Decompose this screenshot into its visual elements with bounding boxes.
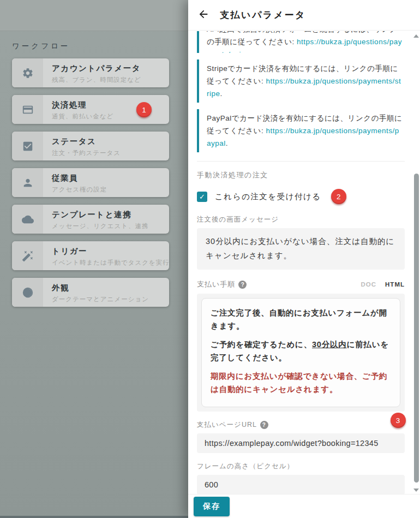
workflow-menu: アカウントパラメータ 残高、プラン、時間設定など 決済処理 通貨、前払い金など …: [12, 58, 169, 307]
instructions-editor[interactable]: ご注文完了後、自動的にお支払いフォームが開きます。 ご予約を確定するために、30…: [197, 294, 405, 412]
arrow-left-icon: [197, 8, 209, 22]
after-message-input[interactable]: 30分以内にお支払いがない場合、注文は自動的にキャンセルされます。: [197, 228, 405, 270]
step-badge-1: 1: [136, 102, 152, 117]
person-icon: [12, 168, 43, 197]
instructions-p2: ご予約を確定するために、30分以内に前払いを完了してください。: [211, 338, 391, 364]
sidebar-item-title: 従業員: [52, 173, 165, 183]
sidebar-item-payment-processing[interactable]: 決済処理 通貨、前払い金など 1: [12, 95, 169, 124]
tab-html[interactable]: HTML: [385, 281, 405, 288]
sidebar-item-appearance[interactable]: 外観 ダークテーマとアニメーション: [12, 278, 169, 307]
scrollbar: [413, 31, 419, 493]
sidebar-item-subtitle: 残高、プラン、時間設定など: [52, 76, 165, 84]
note-paypal: PayPalでカード決済を有効にするには、リンクの手順に従ってください: htt…: [197, 109, 405, 152]
underlined-deadline: 30分以内: [312, 340, 347, 349]
sidebar-item-triggers[interactable]: トリガー イベント時または手動でタスクを実行: [12, 241, 169, 270]
sidebar-item-subtitle: ダークテーマとアニメーション: [52, 295, 165, 303]
sidebar-item-title: 外観: [52, 283, 165, 293]
contrast-icon: [12, 278, 43, 307]
sidebar-item-subtitle: メッセージ、リクエスト、連携: [52, 222, 165, 230]
divider: [197, 161, 405, 162]
scroll-down-arrow-icon[interactable]: [413, 489, 419, 492]
sidebar-item-employees[interactable]: 従業員 アクセス権の設定: [12, 168, 169, 197]
help-icon[interactable]: ?: [260, 421, 268, 429]
payment-url-label-row: 支払いページURL ? 3: [197, 420, 405, 430]
after-message-label: 注文後の画面メッセージ: [197, 215, 405, 224]
frame-height-input[interactable]: [197, 475, 405, 494]
sidebar-item-title: ステータス: [52, 136, 165, 147]
sidebar-item-subtitle: イベント時または手動でタスクを実行: [52, 259, 165, 267]
gear-icon: [12, 58, 43, 87]
help-icon[interactable]: ?: [238, 281, 247, 289]
sidebar-item-title: アカウントパラメータ: [52, 63, 165, 74]
sidebar-item-subtitle: 注文・予約ステータス: [52, 149, 165, 157]
step-badge-2: 2: [331, 189, 346, 204]
accept-orders-row: ✓ これらの注文を受け付ける 2: [197, 189, 405, 204]
tab-doc[interactable]: DOC: [361, 281, 377, 288]
instructions-p1: ご注文完了後、自動的にお支払いフォームが開きます。: [211, 306, 391, 332]
sidebar-item-title: トリガー: [52, 246, 165, 257]
scrollbar-thumb[interactable]: [414, 174, 419, 483]
drawer-header: 支払いパラメータ: [188, 0, 420, 31]
sidebar-item-title: テンプレートと連携: [52, 210, 165, 220]
note-stripe: Stripeでカード決済を有効にするには、リンクの手順に従ってください: htt…: [197, 59, 405, 103]
checkbox-icon: [12, 132, 43, 160]
drawer-footer: 保存: [188, 494, 420, 518]
back-button[interactable]: [197, 9, 210, 22]
accept-orders-label: これらの注文を受け付ける: [215, 192, 321, 202]
step-badge-3: 3: [391, 413, 406, 428]
accept-orders-checkbox[interactable]: ✓: [197, 192, 207, 202]
instructions-header: 支払い手順 ? DOC HTML: [197, 279, 405, 289]
manual-orders-section-label: 手動決済処理の注文: [197, 170, 405, 180]
credit-card-icon: [12, 95, 43, 124]
instructions-label: 支払い手順: [197, 279, 235, 289]
payment-url-input[interactable]: [197, 433, 405, 453]
sidebar-item-account-parameters[interactable]: アカウントパラメータ 残高、プラン、時間設定など: [12, 58, 169, 87]
instructions-p3-warning: 期限内にお支払いが確認できない場合、ご予約は自動的にキャンセルされます。: [211, 370, 391, 396]
note-api: API経由で独自の決済フォームと統合するには、リンクの手順に従ってください: h…: [197, 31, 405, 53]
payment-parameters-drawer: 支払いパラメータ API経由で独自の決済フォームと統合するには、リンクの手順に従…: [188, 0, 420, 518]
drawer-content: API経由で独自の決済フォームと統合するには、リンクの手順に従ってください: h…: [188, 31, 420, 494]
scroll-up-arrow-icon[interactable]: [413, 34, 419, 38]
sidebar-item-subtitle: アクセス権の設定: [52, 186, 165, 194]
frame-height-label: フレームの高さ（ピクセル）: [197, 462, 405, 471]
cloud-icon: [12, 205, 43, 234]
sidebar-item-templates-integrations[interactable]: テンプレートと連携 メッセージ、リクエスト、連携: [12, 205, 169, 234]
payment-url-label: 支払いページURL: [197, 420, 257, 430]
sidebar-item-statuses[interactable]: ステータス 注文・予約ステータス: [12, 132, 169, 160]
wand-icon: [12, 241, 43, 270]
instructions-preview: ご注文完了後、自動的にお支払いフォームが開きます。 ご予約を確定するために、30…: [201, 298, 400, 407]
workflow-section-label: ワークフロー: [12, 41, 70, 51]
page-title: 支払いパラメータ: [220, 9, 306, 21]
save-button[interactable]: 保存: [194, 497, 230, 516]
